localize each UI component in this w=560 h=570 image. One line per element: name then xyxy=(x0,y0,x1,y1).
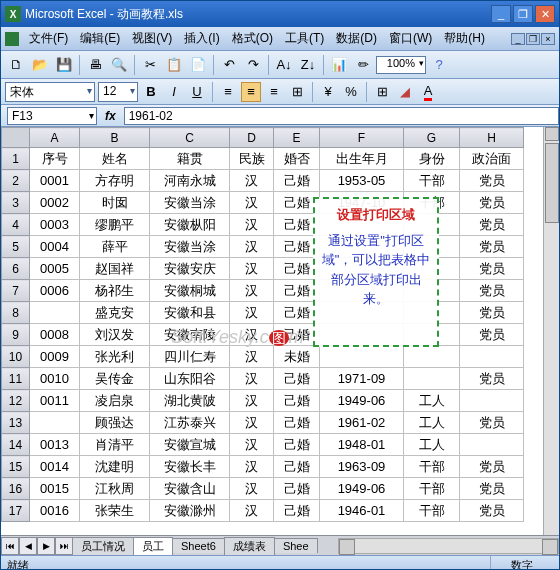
cell[interactable]: 1953-05 xyxy=(320,170,404,192)
menu-edit[interactable]: 编辑(E) xyxy=(74,28,126,49)
cell[interactable]: 汉 xyxy=(230,214,274,236)
cell[interactable]: 党员 xyxy=(460,170,524,192)
sheet-tab[interactable]: 员工情况 xyxy=(72,537,134,555)
cell[interactable]: 出生年月 xyxy=(320,148,404,170)
help-button[interactable]: ? xyxy=(428,54,450,76)
sort-asc-button[interactable]: A↓ xyxy=(273,54,295,76)
percent-button[interactable]: % xyxy=(341,82,361,102)
cell[interactable]: 汉 xyxy=(230,456,274,478)
merge-button[interactable]: ⊞ xyxy=(287,82,307,102)
cell[interactable]: 江苏泰兴 xyxy=(150,412,230,434)
cell[interactable]: 张光利 xyxy=(80,346,150,368)
undo-button[interactable]: ↶ xyxy=(218,54,240,76)
cell[interactable]: 0008 xyxy=(30,324,80,346)
row-header[interactable]: 9 xyxy=(2,324,30,346)
cell[interactable]: 0015 xyxy=(30,478,80,500)
cell[interactable]: 党员 xyxy=(460,280,524,302)
cell[interactable]: 安徽当涂 xyxy=(150,236,230,258)
maximize-button[interactable]: ❐ xyxy=(513,5,533,23)
cell[interactable]: 安徽安庆 xyxy=(150,258,230,280)
cell[interactable]: 汉 xyxy=(230,434,274,456)
cell[interactable]: 山东阳谷 xyxy=(150,368,230,390)
preview-button[interactable]: 🔍 xyxy=(108,54,130,76)
cell[interactable] xyxy=(320,346,404,368)
row-header[interactable]: 7 xyxy=(2,280,30,302)
cell[interactable]: 0014 xyxy=(30,456,80,478)
redo-button[interactable]: ↷ xyxy=(242,54,264,76)
row-header[interactable]: 5 xyxy=(2,236,30,258)
cell[interactable]: 河南永城 xyxy=(150,170,230,192)
menu-insert[interactable]: 插入(I) xyxy=(178,28,225,49)
cell[interactable]: 己婚 xyxy=(274,170,320,192)
cell[interactable]: 安徽南陵 xyxy=(150,324,230,346)
cell[interactable]: 0004 xyxy=(30,236,80,258)
row-header[interactable]: 1 xyxy=(2,148,30,170)
cell[interactable]: 安徽长丰 xyxy=(150,456,230,478)
new-button[interactable]: 🗋 xyxy=(5,54,27,76)
col-header[interactable]: E xyxy=(274,128,320,148)
cell[interactable]: 干部 xyxy=(404,170,460,192)
menu-data[interactable]: 数据(D) xyxy=(330,28,383,49)
formula-input[interactable]: 1961-02 xyxy=(124,107,559,125)
select-all-corner[interactable] xyxy=(2,128,30,148)
cell[interactable]: 民族 xyxy=(230,148,274,170)
cell[interactable]: 1948-01 xyxy=(320,434,404,456)
row-header[interactable]: 17 xyxy=(2,500,30,522)
col-header[interactable]: G xyxy=(404,128,460,148)
underline-button[interactable]: U xyxy=(187,82,207,102)
cell[interactable]: 党员 xyxy=(460,214,524,236)
cell[interactable]: 盛克安 xyxy=(80,302,150,324)
cell[interactable]: 汉 xyxy=(230,324,274,346)
sort-desc-button[interactable]: Z↓ xyxy=(297,54,319,76)
cell[interactable]: 1946-01 xyxy=(320,500,404,522)
sheet-tab-active[interactable]: 员工 xyxy=(133,537,173,555)
cell[interactable] xyxy=(460,346,524,368)
cell[interactable]: 江秋周 xyxy=(80,478,150,500)
cell[interactable]: 凌启泉 xyxy=(80,390,150,412)
cell[interactable]: 己婚 xyxy=(274,500,320,522)
cell[interactable]: 刘汉发 xyxy=(80,324,150,346)
cell[interactable]: 安徽和县 xyxy=(150,302,230,324)
col-header[interactable]: F xyxy=(320,128,404,148)
align-right-button[interactable]: ≡ xyxy=(264,82,284,102)
menu-file[interactable]: 文件(F) xyxy=(23,28,74,49)
drawing-button[interactable]: ✏ xyxy=(352,54,374,76)
cell[interactable]: 汉 xyxy=(230,258,274,280)
col-header[interactable]: D xyxy=(230,128,274,148)
row-header[interactable]: 6 xyxy=(2,258,30,280)
cell[interactable]: 汉 xyxy=(230,500,274,522)
cell[interactable]: 己婚 xyxy=(274,478,320,500)
cell[interactable]: 政治面 xyxy=(460,148,524,170)
cell[interactable]: 己婚 xyxy=(274,412,320,434)
cell[interactable]: 时囡 xyxy=(80,192,150,214)
cell[interactable]: 己婚 xyxy=(274,390,320,412)
cell[interactable]: 身份 xyxy=(404,148,460,170)
row-header[interactable]: 16 xyxy=(2,478,30,500)
tab-last-button[interactable]: ⏭ xyxy=(55,537,73,555)
cell[interactable]: 姓名 xyxy=(80,148,150,170)
cell[interactable]: 己婚 xyxy=(274,368,320,390)
cell[interactable]: 籍贯 xyxy=(150,148,230,170)
cell[interactable]: 汉 xyxy=(230,412,274,434)
sheet-tab[interactable]: Sheet6 xyxy=(172,538,225,553)
cell[interactable] xyxy=(404,346,460,368)
cell[interactable] xyxy=(460,390,524,412)
tab-prev-button[interactable]: ◀ xyxy=(19,537,37,555)
cell[interactable]: 己婚 xyxy=(274,456,320,478)
menu-view[interactable]: 视图(V) xyxy=(126,28,178,49)
cell[interactable]: 1971-09 xyxy=(320,368,404,390)
menu-tools[interactable]: 工具(T) xyxy=(279,28,330,49)
sheet-tab[interactable]: 成绩表 xyxy=(224,537,275,555)
save-button[interactable]: 💾 xyxy=(53,54,75,76)
cell[interactable]: 1961-02 xyxy=(320,412,404,434)
col-header[interactable]: C xyxy=(150,128,230,148)
row-header[interactable]: 2 xyxy=(2,170,30,192)
borders-button[interactable]: ⊞ xyxy=(372,82,392,102)
chart-button[interactable]: 📊 xyxy=(328,54,350,76)
cell[interactable]: 安徽当涂 xyxy=(150,192,230,214)
cell[interactable]: 0001 xyxy=(30,170,80,192)
font-color-button[interactable]: A xyxy=(418,82,438,102)
row-header[interactable]: 13 xyxy=(2,412,30,434)
cell[interactable]: 工人 xyxy=(404,434,460,456)
cell[interactable]: 己婚 xyxy=(274,434,320,456)
